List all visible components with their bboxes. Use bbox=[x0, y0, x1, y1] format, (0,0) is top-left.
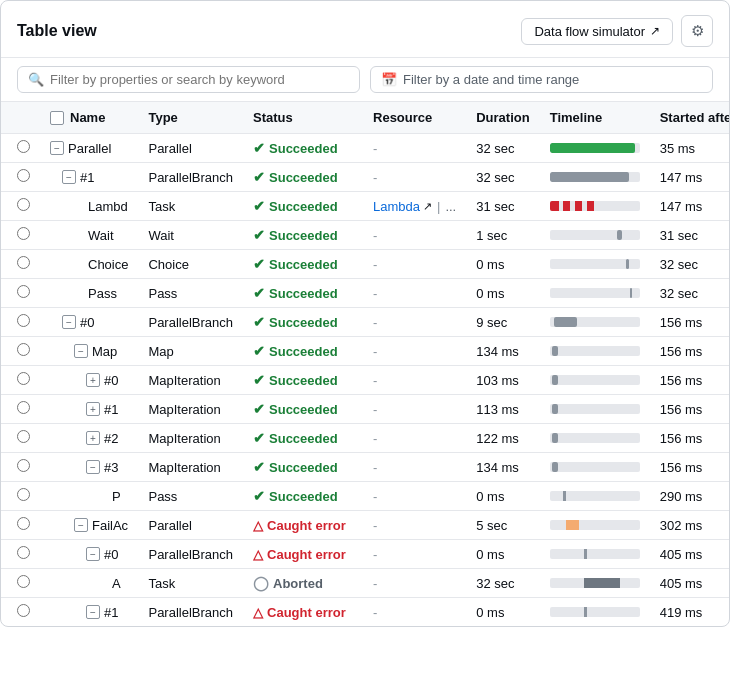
row-duration: 0 ms bbox=[466, 598, 539, 627]
expand-icon[interactable]: + bbox=[86, 373, 100, 387]
row-name: #1 bbox=[80, 170, 94, 185]
resource-dash: - bbox=[373, 286, 377, 301]
row-resource: - bbox=[363, 395, 466, 424]
collapse-icon[interactable]: − bbox=[62, 170, 76, 184]
row-resource: - bbox=[363, 337, 466, 366]
row-name: P bbox=[112, 489, 121, 504]
row-started-after: 32 sec bbox=[650, 279, 730, 308]
status-warning-icon: △ bbox=[253, 547, 263, 562]
row-radio[interactable] bbox=[17, 488, 30, 501]
filter-row: 🔍 📅 Filter by a date and time range bbox=[1, 58, 729, 102]
row-radio[interactable] bbox=[17, 285, 30, 298]
row-radio-cell bbox=[1, 395, 40, 424]
timeline-bar bbox=[550, 346, 640, 356]
row-name: Lambd bbox=[88, 199, 128, 214]
collapse-icon[interactable]: − bbox=[74, 518, 88, 532]
row-timeline-cell bbox=[540, 250, 650, 279]
gear-button[interactable]: ⚙ bbox=[681, 15, 713, 47]
row-duration: 134 ms bbox=[466, 337, 539, 366]
resource-dash: - bbox=[373, 460, 377, 475]
row-name-cell: −#3 bbox=[40, 453, 138, 482]
row-type: Parallel bbox=[138, 134, 243, 163]
resource-dash: - bbox=[373, 257, 377, 272]
row-radio-cell bbox=[1, 163, 40, 192]
row-radio-cell bbox=[1, 598, 40, 627]
keyword-input[interactable] bbox=[50, 72, 349, 87]
row-started-after: 405 ms bbox=[650, 540, 730, 569]
col-name: Name bbox=[40, 102, 138, 134]
gear-icon: ⚙ bbox=[691, 22, 704, 40]
row-timeline-cell bbox=[540, 540, 650, 569]
row-timeline-cell bbox=[540, 163, 650, 192]
row-started-after: 35 ms bbox=[650, 134, 730, 163]
row-status: ✔ Succeeded bbox=[243, 395, 363, 424]
resource-link[interactable]: Lambda bbox=[373, 199, 420, 214]
row-resource: - bbox=[363, 134, 466, 163]
row-radio[interactable] bbox=[17, 517, 30, 530]
row-duration: 32 sec bbox=[466, 163, 539, 192]
page-title: Table view bbox=[17, 22, 97, 40]
timeline-bar bbox=[550, 259, 640, 269]
row-radio[interactable] bbox=[17, 604, 30, 617]
row-radio-cell bbox=[1, 569, 40, 598]
expand-icon[interactable]: + bbox=[86, 402, 100, 416]
row-resource: - bbox=[363, 424, 466, 453]
collapse-icon[interactable]: − bbox=[86, 460, 100, 474]
expand-icon[interactable]: + bbox=[86, 431, 100, 445]
row-radio[interactable] bbox=[17, 256, 30, 269]
row-resource: Lambda↗ | ... bbox=[363, 192, 466, 221]
row-timeline-cell bbox=[540, 569, 650, 598]
row-timeline-cell bbox=[540, 279, 650, 308]
row-resource: - bbox=[363, 279, 466, 308]
row-status: ✔ Succeeded bbox=[243, 424, 363, 453]
simulator-button[interactable]: Data flow simulator ↗ bbox=[521, 18, 673, 45]
row-radio[interactable] bbox=[17, 227, 30, 240]
timeline-bar bbox=[550, 462, 640, 472]
row-name-cell: Choice bbox=[40, 250, 138, 279]
row-radio[interactable] bbox=[17, 198, 30, 211]
collapse-icon[interactable]: − bbox=[50, 141, 64, 155]
collapse-icon[interactable]: − bbox=[74, 344, 88, 358]
row-radio[interactable] bbox=[17, 575, 30, 588]
row-radio[interactable] bbox=[17, 140, 30, 153]
row-duration: 31 sec bbox=[466, 192, 539, 221]
row-type: MapIteration bbox=[138, 366, 243, 395]
row-status: ✔ Succeeded bbox=[243, 453, 363, 482]
row-radio[interactable] bbox=[17, 430, 30, 443]
row-radio-cell bbox=[1, 221, 40, 250]
row-radio-cell bbox=[1, 424, 40, 453]
row-status: ✔ Succeeded bbox=[243, 250, 363, 279]
row-radio[interactable] bbox=[17, 372, 30, 385]
main-table: Name Type Status Resource Duration Timel… bbox=[1, 102, 730, 626]
collapse-icon[interactable]: − bbox=[86, 547, 100, 561]
row-status: ✔ Succeeded bbox=[243, 337, 363, 366]
row-name-cell: −#1 bbox=[40, 598, 138, 627]
resource-dash: - bbox=[373, 547, 377, 562]
row-radio[interactable] bbox=[17, 546, 30, 559]
resource-dash: - bbox=[373, 170, 377, 185]
row-started-after: 156 ms bbox=[650, 424, 730, 453]
timeline-bar bbox=[550, 433, 640, 443]
row-radio[interactable] bbox=[17, 343, 30, 356]
collapse-icon[interactable]: − bbox=[86, 605, 100, 619]
timeline-bar bbox=[550, 317, 640, 327]
timeline-bar bbox=[550, 520, 640, 530]
keyword-filter[interactable]: 🔍 bbox=[17, 66, 360, 93]
collapse-icon[interactable]: − bbox=[62, 315, 76, 329]
header-checkbox[interactable] bbox=[50, 111, 64, 125]
status-check-icon: ✔ bbox=[253, 285, 265, 301]
row-radio[interactable] bbox=[17, 401, 30, 414]
calendar-icon: 📅 bbox=[381, 72, 397, 87]
row-radio[interactable] bbox=[17, 314, 30, 327]
table-row: PPass✔ Succeeded-0 ms290 ms bbox=[1, 482, 730, 511]
row-name: Map bbox=[92, 344, 117, 359]
row-name-cell: A bbox=[40, 569, 138, 598]
row-type: MapIteration bbox=[138, 453, 243, 482]
row-timeline-cell bbox=[540, 511, 650, 540]
row-radio[interactable] bbox=[17, 459, 30, 472]
timeline-bar bbox=[550, 404, 640, 414]
date-filter[interactable]: 📅 Filter by a date and time range bbox=[370, 66, 713, 93]
row-radio[interactable] bbox=[17, 169, 30, 182]
row-type: MapIteration bbox=[138, 395, 243, 424]
status-warning-icon: △ bbox=[253, 518, 263, 533]
